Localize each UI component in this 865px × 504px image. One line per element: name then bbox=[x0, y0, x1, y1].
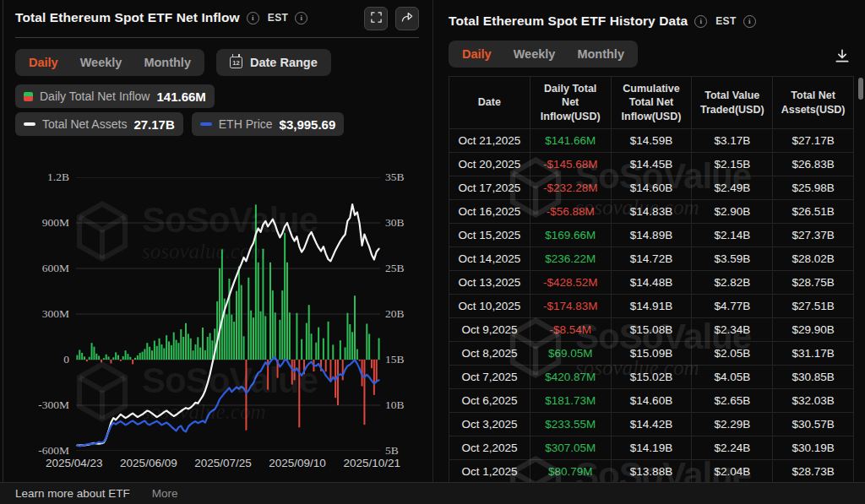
cell-traded: $2.49B bbox=[692, 176, 773, 200]
footer-bar: Learn more about ETF More bbox=[0, 482, 865, 504]
table-row[interactable]: Oct 13,2025-$428.52M$14.48B$2.82B$28.75B bbox=[449, 271, 854, 295]
cell-traded: $2.15B bbox=[692, 153, 773, 176]
cell-assets: $26.51B bbox=[773, 200, 854, 224]
timezone-label: EST bbox=[715, 15, 737, 27]
cell-traded: $3.59B bbox=[692, 247, 773, 271]
table-row[interactable]: Oct 17,2025-$232.28M$14.60B$2.49B$25.98B bbox=[449, 176, 854, 200]
date-range-label: Date Range bbox=[250, 56, 318, 69]
cell-traded: $2.82B bbox=[692, 271, 773, 295]
download-icon bbox=[834, 54, 851, 67]
cell-assets: $28.75B bbox=[773, 271, 854, 295]
column-header: Cumulative Total Net Inflow(USD) bbox=[611, 77, 692, 129]
legend-value: $3,995.69 bbox=[280, 117, 336, 132]
x-axis-labels: 2025/04/232025/06/092025/07/252025/09/10… bbox=[46, 457, 400, 469]
cell-date: Oct 15,2025 bbox=[449, 224, 530, 247]
y-tick-left: 300M bbox=[3, 307, 69, 321]
cell-cumulative: $15.09B bbox=[611, 342, 692, 366]
cell-cumulative: $14.19B bbox=[611, 436, 692, 460]
table-row[interactable]: Oct 9,2025-$8.54M$15.08B$2.34B$29.90B bbox=[449, 318, 854, 342]
table-row[interactable]: Oct 10,2025-$174.83M$14.91B$4.77B$27.51B bbox=[449, 295, 854, 318]
history-tab-daily[interactable]: Daily bbox=[462, 47, 492, 61]
cell-assets: $30.57B bbox=[773, 413, 854, 436]
date-range-button[interactable]: 12 Date Range bbox=[216, 49, 331, 76]
cell-date: Oct 16,2025 bbox=[449, 200, 530, 224]
info-icon[interactable]: i bbox=[247, 12, 259, 24]
table-row[interactable]: Oct 14,2025$236.22M$14.72B$3.59B$28.02B bbox=[449, 247, 854, 271]
inflow-tab-weekly[interactable]: Weekly bbox=[80, 56, 122, 69]
cell-traded: $2.29B bbox=[692, 413, 773, 436]
table-row[interactable]: Oct 20,2025-$145.68M$14.45B$2.15B$26.83B bbox=[449, 153, 854, 176]
cell-date: Oct 10,2025 bbox=[449, 295, 530, 318]
table-row[interactable]: Oct 16,2025-$56.88M$14.83B$2.90B$26.51B bbox=[449, 200, 854, 224]
share-button[interactable] bbox=[395, 7, 419, 30]
cell-cumulative: $14.89B bbox=[611, 224, 692, 247]
table-row[interactable]: Oct 7,2025$420.87M$15.02B$4.05B$30.85B bbox=[449, 366, 854, 389]
cell-inflow: $307.05M bbox=[530, 436, 611, 460]
cell-date: Oct 8,2025 bbox=[449, 342, 530, 366]
cell-cumulative: $14.48B bbox=[611, 271, 692, 295]
fullscreen-button[interactable] bbox=[364, 7, 388, 30]
table-row[interactable]: Oct 15,2025$169.66M$14.89B$2.14B$27.37B bbox=[449, 224, 854, 247]
cell-cumulative: $14.60B bbox=[611, 389, 692, 413]
table-row[interactable]: Oct 2,2025$307.05M$14.19B$2.24B$30.19B bbox=[449, 436, 854, 460]
x-tick-label: 2025/06/09 bbox=[120, 457, 177, 469]
cell-cumulative: $14.42B bbox=[611, 413, 692, 436]
cell-assets: $28.73B bbox=[773, 460, 854, 483]
info-icon[interactable]: i bbox=[295, 12, 307, 24]
cell-inflow: $233.55M bbox=[530, 413, 611, 436]
inflow-tab-monthly[interactable]: Monthly bbox=[144, 56, 191, 69]
info-icon[interactable]: i bbox=[743, 15, 756, 28]
fullscreen-icon bbox=[370, 11, 383, 26]
cell-inflow: -$232.28M bbox=[530, 176, 611, 200]
net-inflow-chart[interactable] bbox=[76, 177, 380, 451]
y-tick-right: 15B bbox=[385, 353, 432, 366]
table-row[interactable]: Oct 6,2025$181.73M$14.60B$2.65B$32.03B bbox=[449, 389, 854, 413]
cell-inflow: $141.66M bbox=[530, 129, 611, 153]
table-row[interactable]: Oct 21,2025$141.66M$14.59B$3.17B$27.17B bbox=[449, 129, 854, 153]
cell-assets: $29.90B bbox=[773, 318, 854, 342]
chart-legend: Daily Total Net Inflow 141.66M Total Net… bbox=[15, 84, 344, 140]
share-icon bbox=[400, 11, 414, 26]
inflow-tab-daily[interactable]: Daily bbox=[29, 56, 58, 69]
legend-eth-price[interactable]: ETH Price $3,995.69 bbox=[192, 112, 345, 136]
cell-inflow: -$56.88M bbox=[530, 200, 611, 224]
cell-assets: $31.17B bbox=[773, 342, 854, 366]
table-row[interactable]: Oct 3,2025$233.55M$14.42B$2.29B$30.57B bbox=[449, 413, 854, 436]
more-link[interactable]: More bbox=[152, 487, 178, 500]
net-inflow-title: Total Ethereum Spot ETF Net Inflow bbox=[15, 10, 240, 25]
cell-traded: $4.77B bbox=[692, 295, 773, 318]
history-table: DateDaily Total Net Inflow(USD)Cumulativ… bbox=[449, 76, 854, 482]
column-header: Total Net Assets(USD) bbox=[773, 77, 854, 129]
timezone-label: EST bbox=[268, 12, 289, 24]
y-tick-right: 35B bbox=[385, 171, 432, 184]
cell-cumulative: $14.91B bbox=[611, 295, 692, 318]
cell-assets: $27.17B bbox=[773, 129, 854, 153]
download-button[interactable] bbox=[831, 46, 853, 68]
bar-series-swatch-icon bbox=[24, 92, 33, 101]
calendar-icon: 12 bbox=[230, 57, 242, 68]
table-row[interactable]: Oct 1,2025$80.79M$13.88B$2.04B$28.73B bbox=[449, 460, 854, 483]
y-axis-right: 35B30B25B20B15B10B5B bbox=[385, 177, 432, 451]
table-row[interactable]: Oct 8,2025$69.05M$15.09B$2.05B$31.17B bbox=[449, 342, 854, 366]
cell-inflow: -$145.68M bbox=[530, 153, 611, 176]
legend-total-net-assets[interactable]: Total Net Assets 27.17B bbox=[15, 112, 183, 136]
y-tick-left: 0 bbox=[3, 353, 69, 366]
cell-assets: $26.83B bbox=[773, 153, 854, 176]
x-tick-label: 2025/10/21 bbox=[343, 457, 400, 469]
legend-daily-net-inflow[interactable]: Daily Total Net Inflow 141.66M bbox=[15, 84, 215, 108]
history-tab-monthly[interactable]: Monthly bbox=[577, 47, 624, 61]
legend-label: Daily Total Net Inflow bbox=[40, 89, 150, 103]
learn-more-link[interactable]: Learn more about ETF bbox=[15, 487, 130, 500]
y-tick-left: 900M bbox=[3, 216, 69, 230]
y-tick-right: 20B bbox=[385, 307, 432, 321]
history-tab-weekly[interactable]: Weekly bbox=[514, 47, 556, 61]
eth-line-swatch-icon bbox=[200, 122, 212, 127]
y-tick-right: 30B bbox=[385, 216, 432, 230]
info-icon[interactable]: i bbox=[694, 15, 707, 28]
table-scrollbar[interactable] bbox=[858, 78, 863, 100]
assets-line-swatch-icon bbox=[24, 122, 35, 127]
cell-inflow: -$174.83M bbox=[530, 295, 611, 318]
y-tick-left: -600M bbox=[3, 444, 69, 458]
cell-inflow: $181.73M bbox=[530, 389, 611, 413]
cell-cumulative: $14.60B bbox=[611, 176, 692, 200]
